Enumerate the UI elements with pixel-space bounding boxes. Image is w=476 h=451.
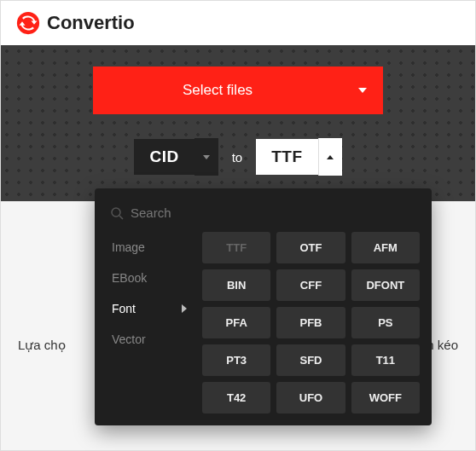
select-files-dropdown-button[interactable] <box>342 66 383 114</box>
to-format-button[interactable]: TTF <box>256 139 317 175</box>
format-option-otf[interactable]: OTF <box>276 232 345 263</box>
category-item-font[interactable]: Font <box>107 293 192 324</box>
format-option-ps[interactable]: PS <box>351 307 420 338</box>
category-label: EBook <box>112 271 147 285</box>
brand-name: Convertio <box>47 12 135 34</box>
select-files-button[interactable]: Select files <box>93 66 342 114</box>
format-grid: TTFOTFAFMBINCFFDFONTPFAPFBPSPT3SFDT11T42… <box>202 232 420 413</box>
category-label: Image <box>112 240 145 254</box>
format-option-pfb[interactable]: PFB <box>276 307 345 338</box>
format-option-woff[interactable]: WOFF <box>351 382 420 413</box>
from-format-button[interactable]: CID <box>134 139 194 175</box>
format-option-bin[interactable]: BIN <box>202 269 270 301</box>
hero-section: Select files CID to TTF <box>1 45 475 201</box>
dropdown-body: ImageEBookFontVector TTFOTFAFMBINCFFDFON… <box>107 232 420 413</box>
category-list: ImageEBookFontVector <box>107 232 192 413</box>
svg-point-0 <box>17 12 39 34</box>
search-icon <box>110 206 124 220</box>
caret-down-icon <box>358 88 367 93</box>
caret-up-icon <box>327 155 334 159</box>
category-item-ebook[interactable]: EBook <box>107 263 192 293</box>
svg-line-2 <box>119 216 123 219</box>
description-left-fragment: Lựa chọ <box>18 338 66 353</box>
from-format-dropdown-button[interactable] <box>194 138 218 176</box>
format-option-t11[interactable]: T11 <box>351 344 420 376</box>
from-format-selector: CID <box>134 138 218 176</box>
svg-point-1 <box>112 208 120 217</box>
format-option-pfa[interactable]: PFA <box>202 307 270 338</box>
caret-down-icon <box>203 155 210 159</box>
select-files-group: Select files <box>93 66 383 114</box>
search-row <box>107 200 420 232</box>
format-option-ttf: TTF <box>202 232 270 263</box>
format-option-sfd[interactable]: SFD <box>276 344 345 376</box>
category-item-vector[interactable]: Vector <box>107 324 192 355</box>
category-label: Vector <box>112 332 146 346</box>
category-label: Font <box>112 302 136 315</box>
format-option-ufo[interactable]: UFO <box>276 382 345 413</box>
format-option-cff[interactable]: CFF <box>276 269 345 301</box>
to-label: to <box>227 150 248 165</box>
format-option-t42[interactable]: T42 <box>202 382 270 413</box>
format-option-afm[interactable]: AFM <box>351 232 420 263</box>
header: Convertio <box>1 1 475 45</box>
search-input[interactable] <box>131 205 416 220</box>
chevron-right-icon <box>182 302 187 315</box>
convertio-logo-icon <box>16 11 40 35</box>
to-format-dropdown-button[interactable] <box>318 138 342 176</box>
format-dropdown-panel: ImageEBookFontVector TTFOTFAFMBINCFFDFON… <box>95 188 432 425</box>
format-option-dfont[interactable]: DFONT <box>351 269 420 301</box>
format-option-pt3[interactable]: PT3 <box>202 344 270 376</box>
to-format-selector: TTF <box>256 138 341 176</box>
category-item-image[interactable]: Image <box>107 232 192 263</box>
convert-row: CID to TTF <box>134 138 341 176</box>
